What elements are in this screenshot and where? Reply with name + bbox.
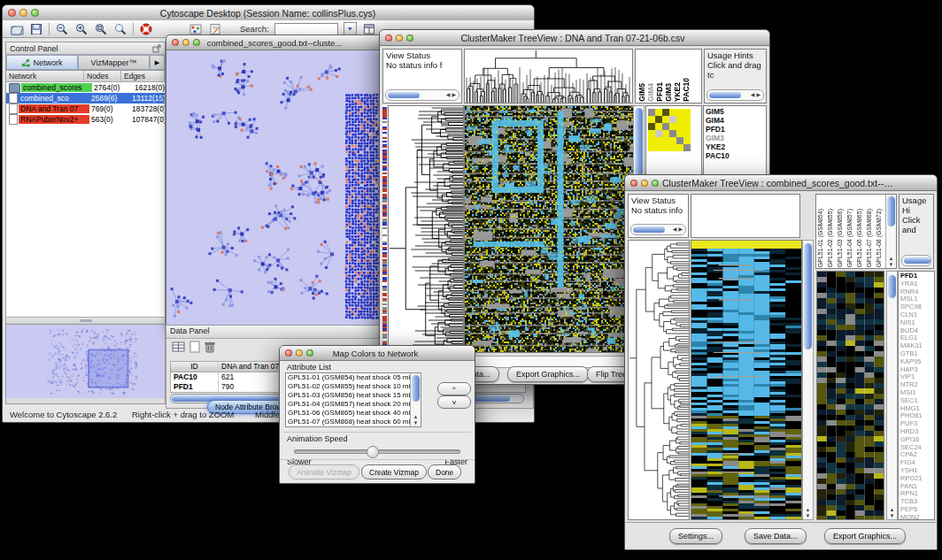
zoom-heatmap-vscrollbar[interactable]: ▲▼ bbox=[886, 271, 898, 520]
row-dendrogram[interactable] bbox=[389, 106, 463, 352]
row-label[interactable]: PAC10 bbox=[706, 151, 766, 160]
treeview1-titlebar[interactable]: ClusterMaker TreeView : DNA and Tran 07-… bbox=[380, 30, 769, 46]
horizontal-scrollbar[interactable]: ◀▶ bbox=[630, 224, 686, 235]
network-list-row[interactable]: combined_scores2764(0)16218(0) bbox=[6, 82, 165, 93]
column-label[interactable]: GPL51-07 (GSM868) bbox=[866, 209, 876, 267]
horizontal-scrollbar[interactable]: ◀▶ bbox=[385, 89, 459, 101]
trash-icon[interactable] bbox=[205, 341, 215, 353]
zoom-heatmap[interactable] bbox=[817, 272, 884, 519]
table-icon[interactable] bbox=[172, 341, 185, 353]
attribute-item[interactable]: GPL51-04 (GSM857) heat shock 20 min bbox=[288, 400, 421, 409]
search-input[interactable] bbox=[274, 23, 338, 35]
column-dendrogram[interactable] bbox=[465, 50, 632, 103]
row-label[interactable]: GIM3 bbox=[706, 134, 766, 142]
column-label[interactable]: GPL51-06 (GSM865) bbox=[856, 209, 866, 267]
minimize-button[interactable] bbox=[641, 180, 648, 187]
status-welcome: Welcome to Cytoscape 2.6.2 bbox=[10, 410, 117, 419]
close-button[interactable] bbox=[285, 349, 292, 357]
column-label[interactable]: GPL51-08 (GSM872) bbox=[876, 209, 885, 267]
horizontal-scrollbar[interactable]: ◀▶ bbox=[706, 89, 764, 101]
header-nodes[interactable]: Nodes bbox=[84, 71, 121, 81]
minimize-button[interactable] bbox=[19, 9, 27, 17]
float-panel-icon[interactable] bbox=[152, 44, 161, 53]
column-label[interactable]: GPL51-03 (GSM856) bbox=[837, 209, 846, 267]
close-button[interactable] bbox=[172, 39, 179, 46]
done-button[interactable]: Done bbox=[428, 464, 461, 479]
row-label[interactable]: PFD1 bbox=[706, 125, 766, 134]
dialog-titlebar[interactable]: Map Colors to Network bbox=[280, 346, 475, 361]
zoom-fit-icon[interactable] bbox=[94, 22, 108, 36]
zoom-button[interactable] bbox=[306, 349, 313, 357]
column-label[interactable]: PAC10 bbox=[682, 78, 691, 102]
move-up-button[interactable]: ^ bbox=[437, 382, 471, 395]
save-data-button[interactable]: Save Data... bbox=[745, 528, 807, 544]
move-down-button[interactable]: v bbox=[437, 395, 471, 409]
settings-button[interactable]: Settings... bbox=[669, 528, 722, 544]
export-graphics-button[interactable]: Export Graphics... bbox=[824, 528, 906, 544]
column-label[interactable]: GPL51-04 (GSM857) bbox=[846, 209, 856, 267]
zoom-selected-icon[interactable] bbox=[113, 22, 127, 36]
column-labels-scrollbar[interactable]: ▲▼ bbox=[885, 195, 896, 268]
horizontal-scrollbar[interactable] bbox=[901, 255, 931, 266]
tab-overflow-button[interactable]: ▶ bbox=[150, 55, 165, 70]
zoom-button[interactable] bbox=[652, 180, 659, 187]
column-label[interactable]: PFD1 bbox=[655, 82, 664, 102]
header-edges[interactable]: Edges bbox=[121, 71, 165, 81]
network-list-row[interactable]: RNAPuberNov2+563(0)107847(0) bbox=[6, 114, 165, 125]
panel-divider[interactable] bbox=[6, 318, 165, 324]
slider-thumb[interactable] bbox=[367, 446, 379, 458]
zoom-button[interactable] bbox=[31, 9, 39, 17]
column-label[interactable]: GIM5 bbox=[637, 83, 646, 102]
new-document-icon[interactable] bbox=[189, 341, 200, 353]
cytoscape-titlebar[interactable]: Cytoscape Desktop (Session Name: collins… bbox=[3, 5, 534, 21]
minimize-button[interactable] bbox=[396, 35, 403, 42]
tab-network[interactable]: Network bbox=[6, 55, 78, 70]
birdseye-view[interactable] bbox=[6, 324, 165, 398]
column-label[interactable]: GPL51-01 (GSM854) bbox=[817, 209, 827, 267]
network-list-row[interactable]: combined_sco2569(6)13112(15) bbox=[6, 93, 165, 104]
attribute-list-scrollbar[interactable]: ▲▼ bbox=[410, 373, 421, 426]
network-canvas[interactable] bbox=[166, 50, 384, 327]
attribute-item[interactable]: GPL51-06 (GSM865) heat shock 40 min bbox=[288, 409, 421, 418]
create-vizmap-button[interactable]: Create Vizmap bbox=[361, 464, 427, 479]
animation-speed-slider[interactable] bbox=[294, 449, 460, 454]
attribute-item[interactable]: GPL51-03 (GSM856) heat shock 15 min bbox=[288, 391, 421, 400]
attribute-item[interactable]: GPL51-02 (GSM855) heat shock 10 min bbox=[288, 382, 421, 391]
global-tree-strip[interactable] bbox=[382, 105, 387, 351]
row-label[interactable]: GIM5 bbox=[706, 107, 766, 116]
zoom-out-icon[interactable] bbox=[55, 22, 69, 36]
help-ring-icon[interactable] bbox=[139, 22, 153, 36]
row-label[interactable]: YKE2 bbox=[706, 142, 766, 151]
export-graphics-button[interactable]: Export Graphics... bbox=[507, 366, 589, 382]
open-icon[interactable] bbox=[10, 22, 24, 36]
attribute-item[interactable]: GPL51-07 (GSM868) heat shock 60 min bbox=[288, 418, 421, 426]
treeview2-titlebar[interactable]: ClusterMaker TreeView : combined_scores_… bbox=[625, 175, 937, 191]
close-button[interactable] bbox=[385, 35, 392, 42]
row-dendrogram[interactable] bbox=[629, 241, 689, 519]
column-label[interactable]: YKE2 bbox=[673, 82, 682, 102]
zoom-in-icon[interactable] bbox=[74, 22, 89, 36]
column-label[interactable]: GPL51-02 (GSM855) bbox=[827, 209, 837, 267]
minimize-button[interactable] bbox=[296, 349, 303, 357]
attribute-item[interactable]: GPL51-01 (GSM854) heat shock 05 min bbox=[288, 373, 421, 382]
header-network[interactable]: Network bbox=[6, 71, 84, 81]
save-icon[interactable] bbox=[29, 22, 43, 36]
close-button[interactable] bbox=[630, 180, 637, 187]
heatmap[interactable] bbox=[691, 241, 801, 519]
column-label[interactable]: GIM3 bbox=[664, 83, 673, 102]
animate-vizmap-button[interactable]: Animate Vizmap bbox=[289, 464, 359, 479]
mini-heatmap[interactable] bbox=[648, 109, 691, 151]
zoom-button[interactable] bbox=[406, 35, 413, 42]
row-label[interactable]: GIM4 bbox=[706, 116, 766, 125]
tab-vizmapper[interactable]: VizMapper™ bbox=[78, 55, 150, 70]
network-view-titlebar[interactable]: combined_scores_good.txt--cluste... bbox=[166, 35, 386, 50]
minimize-button[interactable] bbox=[182, 39, 189, 46]
gene-label[interactable]: MON2 bbox=[900, 514, 934, 520]
close-button[interactable] bbox=[8, 9, 16, 17]
heatmap-vscrollbar[interactable]: ▲▼ bbox=[802, 240, 814, 520]
zoom-button[interactable] bbox=[193, 39, 200, 46]
column-label[interactable]: GIM4 bbox=[646, 83, 655, 102]
network-list-row[interactable]: DNA and Tran 07769(0)183728(0) bbox=[6, 104, 165, 114]
heatmap[interactable] bbox=[465, 106, 633, 352]
header-id[interactable]: ID bbox=[171, 362, 219, 372]
